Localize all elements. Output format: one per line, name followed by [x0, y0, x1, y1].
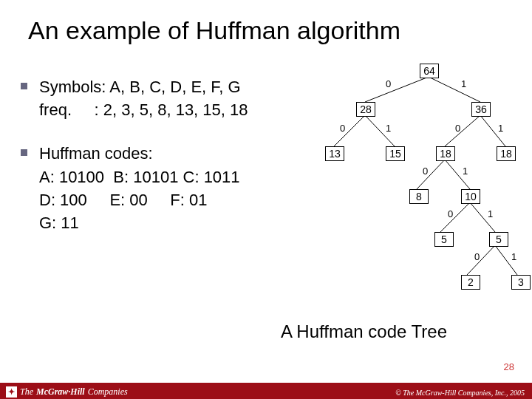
edge-label: 1 — [498, 123, 503, 134]
svg-line-10 — [467, 245, 495, 275]
edge-label: 1 — [463, 166, 468, 177]
tree-node: 18 — [436, 146, 455, 161]
bullet-item: Symbols: A, B, C, D, E, F, G freq. : 2, … — [21, 75, 301, 121]
logo-text-suffix: Companies — [88, 386, 128, 398]
publisher-logo: ✦ The McGraw·Hill Companies — [6, 386, 128, 398]
square-bullet-icon — [21, 149, 27, 156]
svg-line-8 — [440, 202, 470, 232]
svg-line-4 — [445, 115, 480, 146]
freq-line: freq. : 2, 3, 5, 8, 13, 15, 18 — [39, 98, 248, 121]
codes-heading: Huffman codes: — [39, 142, 240, 165]
edge-label: 0 — [386, 78, 391, 89]
edge-label: 0 — [448, 208, 453, 219]
tree-node: 10 — [461, 189, 480, 204]
bullet-item: Huffman codes: A: 10100 B: 10101 C: 1011… — [21, 142, 301, 234]
tree-node: 15 — [386, 146, 405, 161]
content-area: Symbols: A, B, C, D, E, F, G freq. : 2, … — [21, 75, 301, 255]
codes-row: A: 10100 B: 10101 C: 1011 — [39, 166, 240, 188]
svg-line-2 — [334, 115, 365, 146]
logo-text-prefix: The — [20, 386, 33, 398]
edge-label: 1 — [386, 123, 391, 134]
svg-line-0 — [365, 77, 429, 102]
page-number: 28 — [504, 361, 514, 372]
tree-node: 28 — [356, 102, 375, 117]
svg-line-1 — [429, 77, 480, 102]
svg-line-6 — [417, 160, 445, 189]
tree-node: 18 — [497, 146, 516, 161]
codes-row: G: 11 — [39, 211, 240, 234]
huffman-tree-diagram: 64 0 1 28 36 0 1 0 1 13 15 18 18 0 1 8 1… — [318, 64, 525, 307]
edge-label: 0 — [455, 123, 460, 134]
tree-node: 2 — [461, 275, 480, 290]
tree-caption: A Huffman code Tree — [281, 321, 447, 342]
tree-node: 5 — [434, 232, 454, 247]
edge-label: 1 — [488, 208, 493, 219]
tree-node: 64 — [420, 64, 439, 78]
edge-label: 0 — [474, 251, 480, 262]
copyright-text: © The McGraw-Hill Companies, Inc., 2005 — [395, 389, 525, 397]
tree-node: 36 — [471, 102, 491, 117]
footer-bar: ✦ The McGraw·Hill Companies © The McGraw… — [0, 383, 532, 399]
tree-node: 3 — [511, 275, 531, 290]
edge-label: 0 — [423, 166, 428, 177]
logo-text-name: McGraw·Hill — [36, 386, 85, 398]
symbols-line: Symbols: A, B, C, D, E, F, G — [39, 75, 248, 98]
tree-node: 8 — [409, 189, 429, 204]
edge-label: 0 — [340, 123, 345, 134]
logo-icon: ✦ — [6, 386, 17, 398]
square-bullet-icon — [21, 83, 27, 89]
tree-node: 5 — [489, 232, 508, 247]
codes-row: D: 100 E: 00 F: 01 — [39, 188, 240, 211]
edge-label: 1 — [511, 251, 516, 262]
edge-label: 1 — [461, 78, 466, 89]
tree-node: 13 — [325, 146, 344, 161]
slide-title: An example of Huffman algorithm — [0, 0, 532, 45]
